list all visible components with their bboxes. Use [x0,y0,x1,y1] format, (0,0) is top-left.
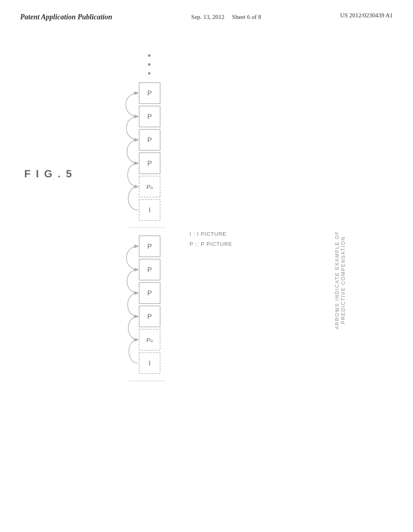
svg-text:•: • [148,68,151,78]
diagram-area: F I G . 5 • • • P P P P P₀ I [0,38,413,522]
svg-text:P: P [147,313,152,320]
page-header: Patent Application Publication Sep. 13, … [0,0,413,22]
svg-text:I : I PICTURE: I : I PICTURE [190,231,227,237]
svg-text:ARROWS INDICATE EXAMPLE OF: ARROWS INDICATE EXAMPLE OF [334,231,340,329]
svg-text:P: P [147,266,152,274]
svg-text:P: P [147,89,152,97]
svg-text:P₀: P₀ [146,337,153,343]
diagram-svg: • • • P P P P P₀ I [81,38,363,461]
publication-date-sheet: Sep. 13, 2012 Sheet 6 of 8 [191,12,261,22]
svg-text:P₀: P₀ [146,183,153,190]
svg-text:I: I [149,360,151,367]
figure-label: F I G . 5 [24,167,73,180]
svg-text:P: P [147,160,152,167]
publication-title: Patent Application Publication [20,12,112,22]
svg-text:PREDICTIVE COMPENSATION: PREDICTIVE COMPENSATION [340,236,346,324]
publication-date: Sep. 13, 2012 [191,14,225,20]
patent-number: US 2012/0230439 A1 [340,12,393,19]
sheet-info: Sheet 6 of 8 [232,14,261,20]
svg-text:P :: P PICTURE: P :: P PICTURE [190,241,232,247]
svg-text:I: I [149,206,151,214]
svg-text:P: P [147,289,152,297]
svg-text:P: P [147,113,152,121]
svg-text:P: P [147,243,152,250]
svg-text:P: P [147,136,152,144]
